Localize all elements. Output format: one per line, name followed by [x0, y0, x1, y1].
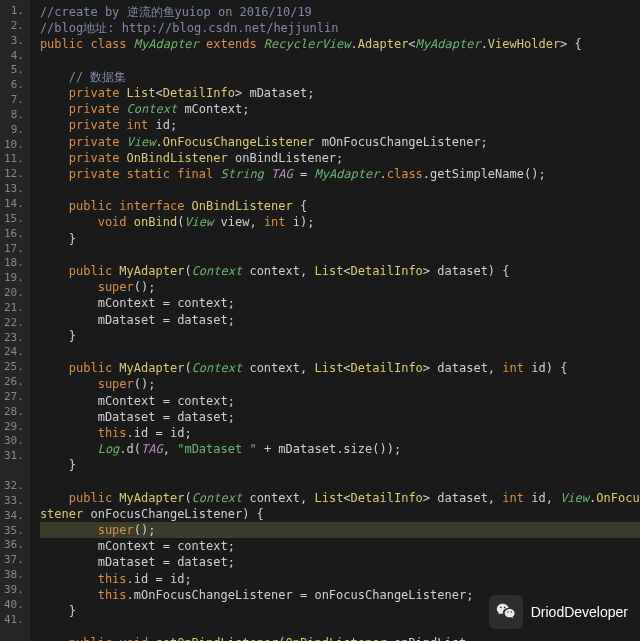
code-token: [40, 215, 98, 229]
code-token: [40, 426, 98, 440]
code-token: MyAdapter: [314, 167, 379, 181]
code-line[interactable]: }: [40, 457, 640, 473]
code-line[interactable]: void onBind(View view, int i);: [40, 214, 640, 230]
code-token: }: [40, 458, 76, 472]
code-token: View: [127, 135, 156, 149]
code-line[interactable]: mDataset = dataset;: [40, 409, 640, 425]
code-line[interactable]: //blog地址: http://blog.csdn.net/hejjunlin: [40, 20, 640, 36]
code-token: > mDataset;: [235, 86, 314, 100]
code-line[interactable]: }: [40, 231, 640, 247]
code-line[interactable]: [40, 344, 640, 360]
code-line[interactable]: public MyAdapter(Context context, List<D…: [40, 360, 640, 376]
code-line[interactable]: mContext = context;: [40, 295, 640, 311]
code-token: TAG: [141, 442, 163, 456]
line-number: 31.: [4, 449, 24, 464]
code-line[interactable]: super();: [40, 279, 640, 295]
code-token: id,: [531, 491, 560, 505]
code-token: int: [502, 361, 531, 375]
line-number: 23.: [4, 331, 24, 346]
code-token: + mDataset.size());: [257, 442, 402, 456]
code-token: onBindListener;: [235, 151, 343, 165]
code-line[interactable]: public class MyAdapter extends RecyclerV…: [40, 36, 640, 52]
code-token: //blog地址:: [40, 21, 122, 35]
code-line[interactable]: private OnBindListener onBindListener;: [40, 150, 640, 166]
code-line[interactable]: super();: [40, 376, 640, 392]
code-line[interactable]: public MyAdapter(Context context, List<D…: [40, 490, 640, 506]
code-token: context,: [249, 264, 314, 278]
code-token: public void: [69, 636, 156, 641]
code-token: mDataset = dataset;: [40, 313, 235, 327]
line-number: 28.: [4, 405, 24, 420]
line-number: 37.: [4, 553, 24, 568]
code-token: <: [408, 37, 415, 51]
code-line[interactable]: public MyAdapter(Context context, List<D…: [40, 263, 640, 279]
code-token: [40, 86, 69, 100]
code-token: .: [481, 37, 488, 51]
code-line[interactable]: mDataset = dataset;: [40, 312, 640, 328]
code-token: super: [98, 523, 134, 537]
code-token: public class: [40, 37, 134, 51]
code-line[interactable]: private View.OnFocusChangeListener mOnFo…: [40, 134, 640, 150]
code-token: List: [314, 361, 343, 375]
code-line[interactable]: this.id = id;: [40, 571, 640, 587]
code-line[interactable]: [40, 473, 640, 489]
line-number: 29.: [4, 420, 24, 435]
code-token: "mDataset ": [177, 442, 256, 456]
code-line[interactable]: //create by 逆流的鱼yuiop on 2016/10/19: [40, 4, 640, 20]
code-line[interactable]: public void setOnBindListener(OnBindList…: [40, 635, 640, 641]
code-line[interactable]: mDataset = dataset;: [40, 554, 640, 570]
code-line[interactable]: [40, 247, 640, 263]
code-line[interactable]: private List<DetailInfo> mDataset;: [40, 85, 640, 101]
code-token: class: [387, 167, 423, 181]
code-line[interactable]: private Context mContext;: [40, 101, 640, 117]
code-line[interactable]: // 数据集: [40, 69, 640, 85]
code-line[interactable]: public interface OnBindListener {: [40, 198, 640, 214]
code-token: Context: [127, 102, 185, 116]
line-number: 1.: [4, 4, 24, 19]
code-token: .: [351, 37, 358, 51]
line-number: 21.: [4, 301, 24, 316]
code-token: [40, 523, 98, 537]
line-number-gutter: 1.2.3.4.5.6.7.8.9.10.11.12.13.14.15.16.1…: [0, 0, 30, 641]
code-token: mContext = context;: [40, 539, 235, 553]
code-token: [40, 102, 69, 116]
code-line[interactable]: mContext = context;: [40, 393, 640, 409]
code-token: <: [155, 86, 162, 100]
code-token: void: [98, 215, 134, 229]
code-token: List: [314, 264, 343, 278]
line-number: 17.: [4, 242, 24, 257]
code-token: private: [69, 151, 127, 165]
code-area[interactable]: //create by 逆流的鱼yuiop on 2016/10/19//blo…: [30, 0, 640, 641]
code-token: .: [155, 135, 162, 149]
code-line[interactable]: Log.d(TAG, "mDataset " + mDataset.size()…: [40, 441, 640, 457]
code-line[interactable]: }: [40, 328, 640, 344]
code-token: Log: [98, 442, 120, 456]
code-line[interactable]: [40, 53, 640, 69]
code-line[interactable]: private static final String TAG = MyAdap…: [40, 166, 640, 182]
code-token: String: [221, 167, 272, 181]
code-token: mContext;: [184, 102, 249, 116]
code-token: onFocusChangeListener) {: [90, 507, 263, 521]
code-token: }: [40, 604, 76, 618]
line-number: 14.: [4, 197, 24, 212]
code-line[interactable]: super();: [40, 522, 640, 538]
code-line[interactable]: private int id;: [40, 117, 640, 133]
code-token: int: [264, 215, 293, 229]
code-token: }: [40, 232, 76, 246]
code-token: DetailInfo: [351, 491, 423, 505]
line-number: 35.: [4, 524, 24, 539]
code-editor: 1.2.3.4.5.6.7.8.9.10.11.12.13.14.15.16.1…: [0, 0, 640, 641]
code-token: ();: [134, 377, 156, 391]
code-line[interactable]: this.id = id;: [40, 425, 640, 441]
code-token: private: [69, 135, 127, 149]
code-token: OnFocusChangeLi: [596, 491, 640, 505]
line-number: 5.: [4, 63, 24, 78]
code-line[interactable]: [40, 182, 640, 198]
code-line[interactable]: stener onFocusChangeListener) {: [40, 506, 640, 522]
code-line[interactable]: mContext = context;: [40, 538, 640, 554]
code-token: private: [69, 86, 127, 100]
code-token: <: [343, 491, 350, 505]
code-token: > {: [560, 37, 582, 51]
line-number: 41.: [4, 613, 24, 628]
code-token: setOnBindListener: [155, 636, 278, 641]
